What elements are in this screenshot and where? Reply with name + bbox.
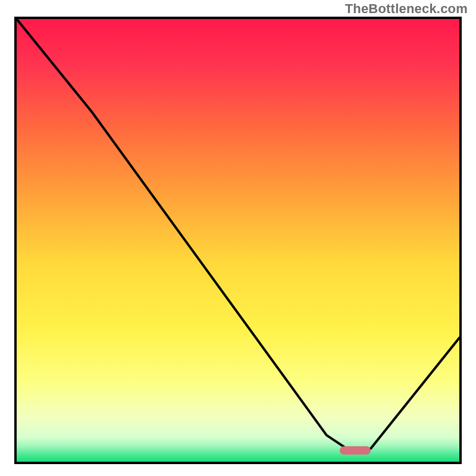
optimal-marker xyxy=(340,446,371,455)
plot-frame xyxy=(14,17,462,464)
watermark-text: TheBottleneck.com xyxy=(345,1,468,17)
plot-area xyxy=(17,19,459,462)
bottleneck-curve xyxy=(17,19,459,462)
chart-container: TheBottleneck.com xyxy=(0,0,476,476)
